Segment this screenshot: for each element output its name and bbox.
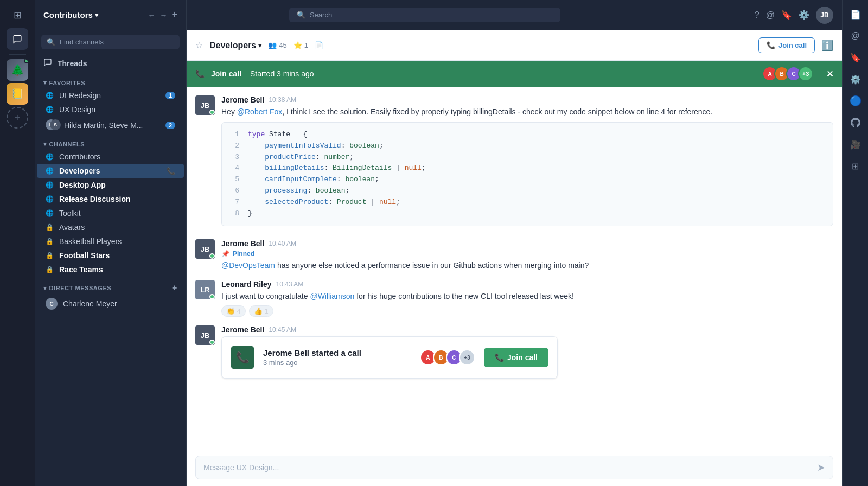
back-icon[interactable]: ← bbox=[148, 11, 155, 20]
main-content: 🔍 ? @ 🔖 ⚙️ JB ☆ Developers ▾ 👥 45 ⭐ 1 bbox=[187, 0, 842, 486]
document-icon[interactable]: 📄 bbox=[315, 41, 323, 49]
lock-icon: 🔒 bbox=[46, 252, 54, 259]
message-content: Leonard Riley 10:43 AM I just want to co… bbox=[221, 280, 833, 317]
channel-name[interactable]: Developers ▾ bbox=[209, 41, 261, 50]
sidebar-item-contributors[interactable]: 🌐 Contributors bbox=[37, 150, 184, 164]
right-panel-bookmark-icon[interactable]: 🔖 bbox=[846, 48, 865, 67]
sidebar-item-toolkit[interactable]: 🌐 Toolkit bbox=[37, 206, 184, 220]
phone-icon: 📞 bbox=[195, 69, 205, 78]
globe-icon: 🌐 bbox=[46, 92, 54, 99]
add-dm-button[interactable]: + bbox=[172, 283, 177, 293]
rail-channels-icon[interactable] bbox=[7, 28, 28, 50]
message-time: 10:45 AM bbox=[269, 326, 296, 334]
right-panel-video-icon[interactable]: 🎥 bbox=[846, 135, 865, 154]
chevron-down-icon: ▾ bbox=[43, 285, 47, 292]
sidebar-item-dm-charlene[interactable]: C Charlene Meyer bbox=[37, 295, 184, 312]
reaction-thumbsup[interactable]: 👍 1 bbox=[249, 305, 273, 317]
star-filled-icon: ⭐ bbox=[293, 41, 302, 49]
favorites-header[interactable]: ▾ FAVORITES bbox=[35, 73, 186, 88]
sidebar-item-desktop-app[interactable]: 🌐 Desktop App bbox=[37, 178, 184, 192]
add-workspace-button[interactable]: + bbox=[7, 107, 28, 129]
user-avatar[interactable]: JB bbox=[816, 7, 833, 24]
forward-icon[interactable]: → bbox=[159, 11, 167, 20]
threads-nav-item[interactable]: Threads bbox=[35, 54, 186, 73]
message-header: Leonard Riley 10:43 AM bbox=[221, 280, 833, 289]
mention-link[interactable]: @Williamson bbox=[310, 292, 354, 300]
sidebar-item-developers[interactable]: 🌐 Developers 📞 bbox=[37, 164, 184, 178]
add-channel-button[interactable]: + bbox=[171, 9, 177, 21]
call-card-title: Jerome Bell started a call bbox=[263, 348, 411, 357]
message-text: Hey @Robert Fox, I think I see the solut… bbox=[221, 106, 833, 118]
channel-name-label: Release Discussion bbox=[59, 195, 131, 203]
message-text: I just want to congratulate @Williamson … bbox=[221, 291, 833, 302]
call-card-time: 3 mins ago bbox=[263, 359, 411, 367]
global-search-input[interactable] bbox=[310, 11, 553, 19]
sidebar-item-ux-design[interactable]: 🌐 UX Design bbox=[37, 103, 184, 117]
close-call-banner-button[interactable]: ✕ bbox=[826, 69, 833, 79]
right-panel-grid-icon[interactable]: ⊞ bbox=[846, 156, 865, 176]
join-call-card-button[interactable]: 📞 Join call bbox=[484, 348, 548, 367]
rail-divider bbox=[9, 54, 26, 55]
sidebar-item-release-discussion[interactable]: 🌐 Release Discussion bbox=[37, 192, 184, 206]
channels-header[interactable]: ▾ CHANNELS bbox=[35, 134, 186, 150]
channel-name-label: Developers bbox=[59, 167, 100, 175]
sidebar-item-dm-hilda[interactable]: H S Hilda Martin, Steve M... 2 bbox=[37, 117, 184, 134]
mention-link[interactable]: @Robert Fox bbox=[237, 107, 282, 116]
sidebar-item-football-stars[interactable]: 🔒 Football Stars bbox=[37, 248, 184, 263]
direct-messages-section: ▾ DIRECT MESSAGES + C Charlene Meyer bbox=[35, 277, 186, 312]
phone-icon: 📞 bbox=[767, 41, 775, 49]
workspace-1-icon[interactable]: 🌲 bbox=[7, 59, 28, 81]
settings-icon[interactable]: ⚙️ bbox=[799, 10, 809, 20]
rail-grid-icon[interactable]: ⊞ bbox=[7, 4, 28, 26]
channel-name-label: UI Redesign bbox=[59, 91, 101, 100]
at-mention-icon[interactable]: @ bbox=[766, 10, 775, 20]
people-icon: 👥 bbox=[268, 41, 277, 49]
call-banner: 📞 Join call Started 3 mins ago A B C +3 … bbox=[187, 61, 842, 87]
members-count[interactable]: 👥 45 bbox=[268, 41, 286, 49]
sidebar-item-race-teams[interactable]: 🔒 Race Teams bbox=[37, 263, 184, 277]
info-icon[interactable]: ℹ️ bbox=[821, 40, 833, 52]
global-search[interactable]: 🔍 bbox=[289, 8, 560, 22]
right-panel-document-icon[interactable]: 📄 bbox=[846, 4, 865, 24]
mention-link[interactable]: @DevOpsTeam bbox=[221, 261, 275, 270]
stars-count[interactable]: ⭐ 1 bbox=[293, 41, 308, 49]
favorites-section: ▾ FAVORITES 🌐 UI Redesign 1 🌐 UX Design … bbox=[35, 73, 186, 134]
help-icon[interactable]: ? bbox=[755, 10, 760, 20]
message-header: Jerome Bell 10:38 AM bbox=[221, 95, 833, 104]
workspace-dropdown-icon: ▾ bbox=[95, 11, 98, 19]
right-panel-settings-icon[interactable]: ⚙️ bbox=[846, 69, 865, 89]
workspace-name[interactable]: Contributors ▾ bbox=[43, 10, 98, 20]
dm-avatar: C bbox=[46, 298, 58, 310]
sidebar-item-basketball-players[interactable]: 🔒 Basketball Players bbox=[37, 234, 184, 248]
join-call-header-button[interactable]: 📞 Join call bbox=[758, 37, 815, 53]
workspace-2-icon[interactable]: 📒 bbox=[7, 83, 28, 105]
code-line: 2 paymentInfoIsValid: boolean; bbox=[231, 140, 824, 152]
right-panel-zoom-icon[interactable]: 🔵 bbox=[846, 91, 865, 111]
messages-area[interactable]: JB Jerome Bell 10:38 AM Hey @Robert Fox,… bbox=[187, 87, 842, 449]
find-channels-input[interactable] bbox=[60, 38, 174, 46]
lock-icon: 🔒 bbox=[46, 223, 54, 231]
bookmark-icon[interactable]: 🔖 bbox=[781, 10, 792, 20]
channel-name-label: Football Stars bbox=[59, 251, 110, 260]
find-channels-search[interactable]: 🔍 bbox=[41, 35, 180, 49]
message-input[interactable] bbox=[203, 463, 813, 472]
message-author: Jerome Bell bbox=[221, 95, 264, 104]
reaction-clap[interactable]: 👏 4 bbox=[221, 305, 246, 317]
channel-meta: 👥 45 ⭐ 1 📄 bbox=[268, 41, 323, 49]
send-message-button[interactable]: ➤ bbox=[817, 462, 825, 474]
sidebar-item-ui-redesign[interactable]: 🌐 UI Redesign 1 bbox=[37, 88, 184, 103]
join-call-banner-label[interactable]: Join call bbox=[211, 69, 241, 78]
right-panel-at-icon[interactable]: @ bbox=[846, 26, 865, 46]
star-icon[interactable]: ☆ bbox=[195, 40, 203, 50]
channel-name-label: Desktop App bbox=[59, 181, 106, 189]
call-card-avatars: A B C +3 bbox=[420, 349, 475, 366]
sidebar-item-avatars[interactable]: 🔒 Avatars bbox=[37, 220, 184, 234]
chevron-down-icon: ▾ bbox=[43, 140, 47, 148]
message-time: 10:38 AM bbox=[269, 96, 296, 104]
right-panel-github-icon[interactable] bbox=[846, 113, 865, 132]
right-panel: 📄 @ 🔖 ⚙️ 🔵 🎥 ⊞ bbox=[842, 0, 868, 486]
online-indicator bbox=[209, 110, 215, 115]
sidebar-header-actions: ← → + bbox=[148, 9, 177, 21]
direct-messages-header[interactable]: ▾ DIRECT MESSAGES + bbox=[35, 277, 186, 295]
unread-badge: 2 bbox=[165, 122, 175, 129]
